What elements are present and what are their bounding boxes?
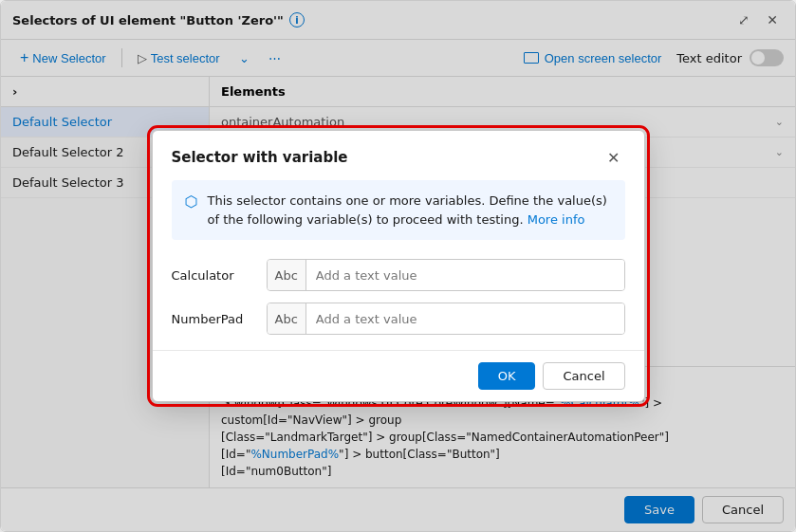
dialog-overlay: Selector with variable ✕ ⬡ This selector… [1,1,795,531]
calculator-input[interactable] [306,260,624,290]
info-box-text: This selector contains one or more varia… [207,192,611,229]
dialog-title: Selector with variable [172,149,348,166]
dialog-header: Selector with variable ✕ [153,131,644,180]
dialog-footer: OK Cancel [153,350,644,401]
dialog-cancel-button[interactable]: Cancel [543,362,624,390]
more-info-link[interactable]: More info [528,212,585,227]
dialog-info-box: ⬡ This selector contains one or more var… [172,180,625,240]
main-window: Selectors of UI element "Button 'Zero'" … [0,0,796,532]
dialog-close-button[interactable]: ✕ [602,146,625,169]
calculator-label: Calculator [172,268,257,283]
text-icon-calculator: Abc [268,260,306,290]
dialog-fields: Calculator Abc NumberPad Abc [153,255,644,350]
numberpad-label: NumberPad [172,312,257,326]
numberpad-input[interactable] [306,303,624,334]
selector-variable-dialog: Selector with variable ✕ ⬡ This selector… [152,130,645,402]
dialog-ok-button[interactable]: OK [478,362,536,390]
calculator-input-wrapper: Abc [267,259,625,291]
text-icon-numberpad: Abc [268,303,306,334]
field-row-numberpad: NumberPad Abc [172,303,625,335]
numberpad-input-wrapper: Abc [267,303,625,335]
info-box-icon: ⬡ [185,193,198,211]
field-row-calculator: Calculator Abc [172,259,625,291]
